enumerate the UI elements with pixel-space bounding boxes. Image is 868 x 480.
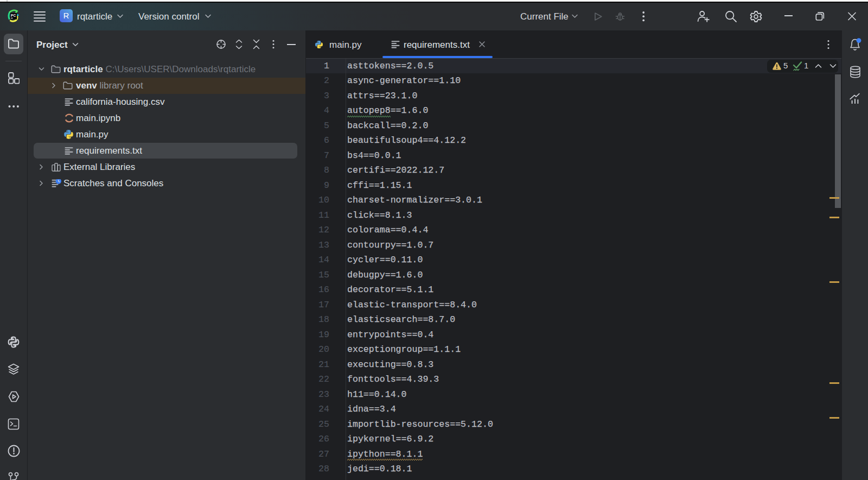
svg-text:PC: PC — [11, 14, 16, 17]
